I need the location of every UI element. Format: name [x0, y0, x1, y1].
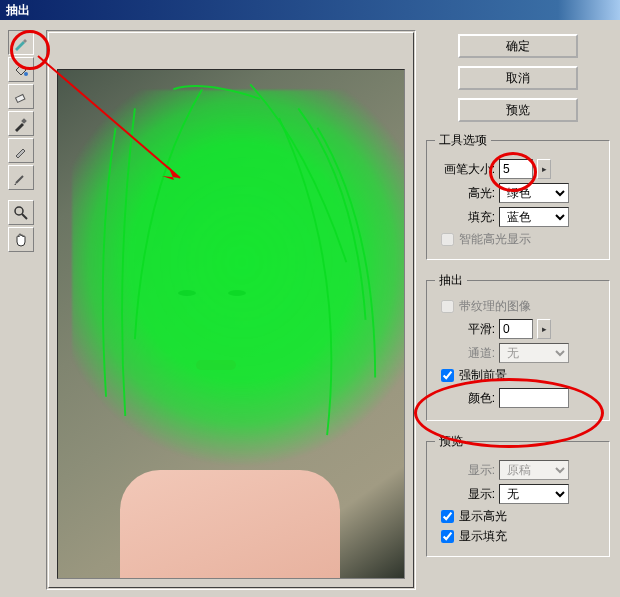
smart-highlight-label: 智能高光显示 — [459, 231, 531, 248]
textured-image-label: 带纹理的图像 — [459, 298, 531, 315]
show-fill-checkbox[interactable] — [441, 530, 454, 543]
view-select: 原稿 — [499, 460, 569, 480]
preview-button[interactable]: 预览 — [458, 98, 578, 122]
svg-line-4 — [22, 214, 27, 219]
smooth-input[interactable] — [499, 319, 533, 339]
view-label: 显示: — [435, 462, 495, 479]
fill-select[interactable]: 蓝色 — [499, 207, 569, 227]
channel-select: 无 — [499, 343, 569, 363]
image-canvas[interactable] — [57, 69, 405, 579]
eyedropper-tool[interactable] — [8, 111, 34, 136]
dialog-body: 确定 取消 预览 工具选项 画笔大小: 高光: 绿色 填充: 蓝色 智能高光显示 — [0, 20, 620, 597]
force-foreground-label: 强制前景 — [459, 367, 507, 384]
color-label: 颜色: — [435, 390, 495, 407]
show-highlight-checkbox[interactable] — [441, 510, 454, 523]
preview-group: 预览 显示: 原稿 显示: 无 显示高光 显示填充 — [426, 433, 610, 557]
highlight-select[interactable]: 绿色 — [499, 183, 569, 203]
title-text: 抽出 — [6, 2, 30, 19]
smart-highlight-checkbox — [441, 233, 454, 246]
extract-group: 抽出 带纹理的图像 平滑: 通道: 无 强制前景 颜色: — [426, 272, 610, 421]
titlebar: 抽出 — [0, 0, 620, 20]
textured-image-checkbox — [441, 300, 454, 313]
show-highlight-label: 显示高光 — [459, 508, 507, 525]
preview-area — [46, 30, 416, 590]
controls-column: 确定 取消 预览 工具选项 画笔大小: 高光: 绿色 填充: 蓝色 智能高光显示 — [424, 30, 612, 590]
hand-tool[interactable] — [8, 227, 34, 252]
smooth-spinner[interactable] — [537, 319, 551, 339]
color-swatch[interactable] — [499, 388, 569, 408]
cancel-button[interactable]: 取消 — [458, 66, 578, 90]
extract-legend: 抽出 — [435, 272, 467, 289]
fill-tool[interactable] — [8, 57, 34, 82]
cleanup-tool[interactable] — [8, 138, 34, 163]
show-fill-label: 显示填充 — [459, 528, 507, 545]
edge-highlighter-tool[interactable] — [8, 30, 34, 55]
brush-size-spinner[interactable] — [537, 159, 551, 179]
svg-rect-1 — [16, 94, 25, 102]
display-select[interactable]: 无 — [499, 484, 569, 504]
edge-touchup-tool[interactable] — [8, 165, 34, 190]
brush-size-label: 画笔大小: — [435, 161, 495, 178]
ok-button[interactable]: 确定 — [458, 34, 578, 58]
tool-column — [8, 30, 38, 590]
channel-label: 通道: — [435, 345, 495, 362]
tool-options-group: 工具选项 画笔大小: 高光: 绿色 填充: 蓝色 智能高光显示 — [426, 132, 610, 260]
highlight-label: 高光: — [435, 185, 495, 202]
svg-point-0 — [24, 72, 28, 76]
svg-rect-2 — [21, 118, 27, 124]
brush-size-input[interactable] — [499, 159, 533, 179]
force-foreground-checkbox[interactable] — [441, 369, 454, 382]
preview-legend: 预览 — [435, 433, 467, 450]
svg-point-3 — [15, 207, 23, 215]
smooth-label: 平滑: — [435, 321, 495, 338]
fill-label: 填充: — [435, 209, 495, 226]
eraser-tool[interactable] — [8, 84, 34, 109]
tool-options-legend: 工具选项 — [435, 132, 491, 149]
display-label: 显示: — [435, 486, 495, 503]
zoom-tool[interactable] — [8, 200, 34, 225]
